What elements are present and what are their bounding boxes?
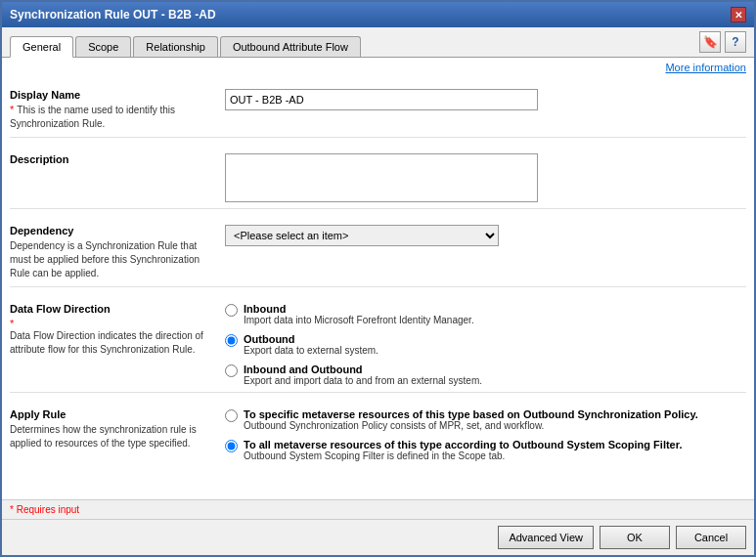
radio-both: Inbound and Outbound Export and import d… [225,364,746,386]
radio-inbound-desc: Import data into Microsoft Forefront Ide… [244,315,474,325]
apply-rule-desc: Determines how the synchronization rule … [10,423,213,450]
display-name-input-col [225,89,746,131]
tab-relationship[interactable]: Relationship [133,36,218,57]
dependency-desc: Dependency is a Synchronization Rule tha… [10,239,213,280]
display-name-input[interactable] [225,89,538,110]
radio-inbound-input[interactable] [225,304,238,317]
radio-outbound-text: Outbound Export data to external system. [244,333,378,356]
radio-inbound-label: Inbound [244,303,474,315]
dependency-input-col: <Please select an item> [225,225,746,280]
apply-rule-radio-group: To specific metaverse resources of this … [225,408,746,461]
apply-rule-row: Apply Rule Determines how the synchroniz… [10,403,746,467]
display-name-required: * [10,104,14,115]
close-button[interactable]: ✕ [731,7,746,22]
apply-rule-label: Apply Rule [10,408,213,420]
radio-all-label: To all metaverse resources of this type … [244,439,682,450]
toolbar-right: 🔖 ? [699,31,746,53]
radio-specific-text: To specific metaverse resources of this … [244,408,698,431]
dependency-select[interactable]: <Please select an item> [225,225,499,246]
data-flow-required: * [10,318,14,329]
ok-button[interactable]: OK [600,526,670,549]
data-flow-label-col: Data Flow Direction * Data Flow Directio… [10,303,225,386]
radio-outbound-label: Outbound [244,333,378,345]
description-label: Description [10,153,213,165]
radio-all: To all metaverse resources of this type … [225,439,746,461]
radio-specific: To specific metaverse resources of this … [225,408,746,431]
form-content: Display Name * This is the name used to … [2,75,754,499]
apply-rule-label-col: Apply Rule Determines how the synchroniz… [10,408,225,461]
tabs-left: General Scope Relationship Outbound Attr… [2,36,361,57]
advanced-view-button[interactable]: Advanced View [498,526,594,549]
display-name-desc: This is the name used to identify this S… [10,105,175,129]
dependency-row: Dependency Dependency is a Synchronizati… [10,219,746,287]
description-label-col: Description [10,153,225,202]
radio-all-input[interactable] [225,440,238,452]
display-name-row: Display Name * This is the name used to … [10,83,746,138]
tab-outbound[interactable]: Outbound Attribute Flow [220,36,361,57]
radio-outbound-desc: Export data to external system. [244,345,378,356]
dependency-label: Dependency [10,225,213,236]
radio-all-text: To all metaverse resources of this type … [244,439,682,461]
dependency-label-col: Dependency Dependency is a Synchronizati… [10,225,225,280]
description-textarea[interactable] [225,153,538,202]
tab-scope[interactable]: Scope [75,36,131,57]
data-flow-radio-group: Inbound Import data into Microsoft Foref… [225,303,746,386]
radio-both-text: Inbound and Outbound Export and import d… [244,364,482,386]
data-flow-desc: Data Flow Direction indicates the direct… [10,329,213,357]
radio-specific-label: To specific metaverse resources of this … [244,408,698,420]
bookmark-button[interactable]: 🔖 [699,31,721,53]
cancel-button[interactable]: Cancel [676,526,746,549]
display-name-label: Display Name [10,89,213,101]
radio-outbound-input[interactable] [225,334,238,347]
apply-rule-input-col: To specific metaverse resources of this … [225,408,746,461]
radio-both-label: Inbound and Outbound [244,364,482,375]
title-bar: Synchronization Rule OUT - B2B -AD ✕ [2,2,754,27]
data-flow-input-col: Inbound Import data into Microsoft Foref… [225,303,746,386]
more-info-link[interactable]: More information [2,58,754,75]
dependency-select-wrapper: <Please select an item> [225,225,746,246]
description-input-col [225,153,746,202]
radio-inbound-text: Inbound Import data into Microsoft Foref… [244,303,474,325]
window-title: Synchronization Rule OUT - B2B -AD [10,8,216,21]
help-button[interactable]: ? [725,31,746,53]
radio-outbound: Outbound Export data to external system. [225,333,746,356]
footer-note: * Requires input [2,499,754,519]
radio-inbound: Inbound Import data into Microsoft Foref… [225,303,746,325]
bottom-bar: Advanced View OK Cancel [2,519,754,555]
description-row: Description [10,148,746,209]
radio-specific-input[interactable] [225,409,238,422]
display-name-label-col: Display Name * This is the name used to … [10,89,225,131]
tab-general[interactable]: General [10,36,73,58]
requires-input-text: * Requires input [10,504,79,515]
radio-specific-desc: Outbound Synchronization Policy consists… [244,420,698,431]
data-flow-label: Data Flow Direction [10,303,213,315]
main-window: Synchronization Rule OUT - B2B -AD ✕ Gen… [0,0,756,557]
data-flow-row: Data Flow Direction * Data Flow Directio… [10,297,746,393]
radio-both-input[interactable] [225,364,238,377]
radio-both-desc: Export and import data to and from an ex… [244,375,482,386]
tab-bar: General Scope Relationship Outbound Attr… [2,27,754,58]
radio-all-desc: Outbound System Scoping Filter is define… [244,450,682,461]
